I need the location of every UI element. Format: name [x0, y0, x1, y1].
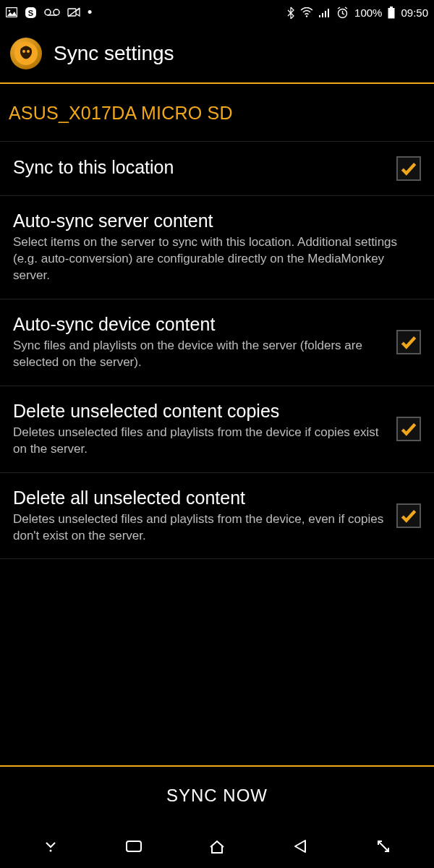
camera-off-icon	[67, 7, 80, 17]
system-nav-bar	[0, 825, 434, 868]
nav-back-button[interactable]	[286, 838, 315, 854]
setting-description: Deletes unselected files and playlists f…	[13, 425, 386, 458]
more-dot-icon: •	[88, 6, 92, 19]
alarm-icon	[336, 7, 349, 19]
battery-percent: 100%	[354, 7, 382, 19]
svg-rect-18	[388, 8, 395, 19]
svg-point-4	[45, 9, 51, 15]
svg-text:S: S	[28, 8, 33, 17]
clock-time: 09:50	[401, 7, 428, 19]
setting-title: Sync to this location	[13, 157, 386, 178]
setting-row[interactable]: Delete all unselected contentDeletes uns…	[0, 473, 434, 559]
status-left: S •	[6, 6, 92, 19]
checkbox[interactable]	[396, 156, 421, 181]
setting-description: Sync files and playlists on the device w…	[13, 338, 386, 371]
sync-now-button[interactable]: SYNC NOW	[0, 767, 434, 825]
setting-row[interactable]: Delete unselected content copiesDeletes …	[0, 386, 434, 472]
setting-text: Delete all unselected contentDeletes uns…	[13, 488, 386, 545]
checkbox[interactable]	[396, 330, 421, 354]
nav-expand-button[interactable]	[369, 838, 398, 854]
setting-text: Sync to this location	[13, 157, 386, 181]
bluetooth-icon	[287, 7, 294, 19]
setting-text: Delete unselected content copiesDeletes …	[13, 401, 386, 458]
svg-rect-11	[322, 13, 323, 17]
checkbox[interactable]	[396, 417, 421, 441]
svg-rect-17	[390, 7, 393, 8]
setting-row[interactable]: Sync to this location	[0, 142, 434, 195]
svg-line-15	[338, 7, 340, 9]
nav-recents-button[interactable]	[119, 839, 148, 854]
svg-rect-23	[127, 841, 141, 851]
setting-text: Auto-sync device contentSync files and p…	[13, 314, 386, 371]
svg-point-1	[9, 10, 11, 12]
page-title: Sync settings	[54, 42, 174, 65]
setting-description: Deletes unselected files and playlists f…	[13, 511, 386, 545]
svg-point-21	[27, 50, 30, 53]
setting-text: Auto-sync server contentSelect items on …	[13, 210, 421, 284]
signal-icon	[319, 7, 331, 17]
skype-icon: S	[25, 7, 37, 19]
section-header: ASUS_X017DA MICRO SD	[0, 84, 434, 141]
setting-title: Auto-sync server content	[13, 210, 421, 231]
svg-rect-13	[328, 9, 329, 17]
battery-icon	[388, 7, 395, 19]
status-right: 100% 09:50	[287, 7, 428, 19]
status-bar: S • 100% 09:50	[0, 0, 434, 25]
gallery-icon	[6, 7, 17, 17]
setting-title: Delete unselected content copies	[13, 401, 386, 422]
setting-description: Select items on the server to sync with …	[13, 234, 421, 284]
svg-point-5	[54, 9, 59, 15]
svg-rect-7	[68, 9, 76, 16]
nav-home-button[interactable]	[203, 838, 231, 854]
svg-line-16	[345, 7, 347, 9]
wifi-icon	[300, 7, 313, 17]
divider	[0, 558, 434, 559]
svg-rect-12	[325, 11, 326, 17]
voicemail-icon	[44, 8, 60, 17]
checkbox[interactable]	[396, 503, 421, 528]
app-logo-icon	[10, 38, 42, 69]
bottom-bar: SYNC NOW	[0, 765, 434, 825]
nav-down-button[interactable]	[36, 840, 65, 853]
setting-title: Delete all unselected content	[13, 488, 386, 509]
app-header: Sync settings	[0, 25, 434, 82]
svg-rect-10	[319, 15, 320, 17]
svg-point-20	[22, 50, 25, 53]
svg-point-22	[49, 850, 51, 852]
setting-row[interactable]: Auto-sync device contentSync files and p…	[0, 299, 434, 386]
settings-list: Sync to this locationAuto-sync server co…	[0, 142, 434, 559]
setting-row[interactable]: Auto-sync server contentSelect items on …	[0, 196, 434, 299]
svg-point-9	[306, 15, 307, 17]
setting-title: Auto-sync device content	[13, 314, 386, 335]
